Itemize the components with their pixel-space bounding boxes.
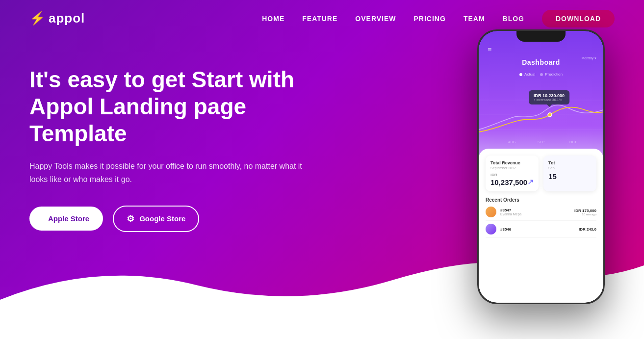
order-date-1: 30 min ago — [574, 213, 596, 216]
chart-legend: Actual Prediction — [479, 70, 603, 78]
card2-subtitle: Sep. — [548, 166, 592, 170]
order-amount-1: IDR 175,000 — [574, 209, 596, 213]
phone-screen: ≡ Dashboard Actual Prediction — [479, 31, 603, 303]
order-amount-2: IDR 243,0 — [579, 227, 596, 232]
brand-name: appol — [49, 11, 85, 26]
chart-tooltip: IDR 10.230.000 ↑ increased 30.1% — [529, 90, 569, 104]
nav-blog[interactable]: BLOG — [503, 15, 524, 23]
logo-icon: ⚡ — [29, 11, 46, 26]
hero-content: It's easy to get Start with Appol Landin… — [0, 37, 343, 232]
tooltip-amount: IDR 10.230.000 — [534, 93, 565, 98]
revenue-cards-row: Total Revenue September 2017 IDR 10,237,… — [486, 156, 596, 191]
order-row-1: #3547 Evanna Mepa IDR 175,000 30 min ago — [486, 207, 596, 221]
nav-overview[interactable]: OVERVIEW — [355, 15, 396, 23]
order-row-2: #3546 IDR 243,0 — [486, 224, 596, 238]
android-icon: ⚙ — [127, 213, 134, 224]
monthly-selector[interactable]: Monthly ▾ — [582, 56, 596, 60]
card-title: Total Revenue — [490, 160, 534, 165]
order-right-1: IDR 175,000 30 min ago — [574, 209, 596, 216]
dashboard-cards: Total Revenue September 2017 IDR 10,237,… — [479, 149, 603, 303]
apple-store-label: Apple Store — [48, 214, 89, 223]
cta-buttons: Apple Store ⚙ Google Store — [29, 206, 314, 232]
order-avatar-1 — [486, 207, 496, 217]
google-store-label: Google Store — [139, 214, 185, 223]
total-revenue-card: Total Revenue September 2017 IDR 10,237,… — [486, 156, 539, 191]
svg-text:OCT: OCT — [569, 140, 577, 144]
apple-store-button[interactable]: Apple Store — [29, 207, 103, 231]
orders-section-title: Recent Orders — [486, 197, 596, 203]
menu-icon: ≡ — [488, 46, 491, 53]
order-right-2: IDR 243,0 — [579, 227, 596, 232]
card-subtitle: September 2017 — [490, 166, 534, 170]
hero-title: It's easy to get Start with Appol Landin… — [29, 66, 314, 148]
phone-outer: ≡ Dashboard Actual Prediction — [477, 29, 605, 304]
google-store-button[interactable]: ⚙ Google Store — [113, 206, 199, 232]
phone-mockup: ≡ Dashboard Actual Prediction — [477, 29, 605, 304]
order-info-1: #3547 Evanna Mepa — [500, 208, 570, 216]
svg-point-3 — [548, 113, 552, 117]
card2-title: Tot — [548, 160, 592, 165]
dashboard-title: Dashboard — [522, 58, 560, 66]
logo[interactable]: ⚡ appol — [29, 11, 85, 26]
nav-pricing[interactable]: PRICING — [414, 15, 446, 23]
order-name-1: Evanna Mepa — [500, 212, 570, 216]
nav-download-button[interactable]: DOWNLOAD — [542, 10, 615, 27]
legend-prediction: Prediction — [540, 72, 563, 77]
legend-actual: Actual — [519, 72, 535, 77]
second-card: Tot Sep. 15 — [543, 156, 596, 191]
phone-notch — [516, 31, 566, 42]
card2-amount: 15 — [548, 173, 592, 181]
svg-text:SEP: SEP — [538, 140, 544, 144]
order-id-2: #3546 — [500, 227, 575, 232]
revenue-chart: IDR 10.230.000 ↑ increased 30.1% — [479, 80, 603, 144]
order-info-2: #3546 — [500, 227, 575, 232]
nav-home[interactable]: HOME — [262, 15, 284, 23]
svg-text:AUG: AUG — [508, 140, 515, 144]
card-amount: 10,237,500 — [490, 179, 527, 187]
trend-icon: ↗ — [527, 177, 534, 186]
hero-section: ⚡ appol HOME FEATURE OVERVIEW PRICING TE… — [0, 0, 644, 339]
order-id-1: #3547 — [500, 208, 570, 212]
tooltip-sub: ↑ increased 30.1% — [534, 98, 565, 102]
nav-links: HOME FEATURE OVERVIEW PRICING TEAM BLOG … — [262, 14, 615, 23]
nav-team[interactable]: TEAM — [464, 15, 485, 23]
hero-description: Happy Tools makes it possible for your o… — [29, 159, 304, 186]
nav-feature[interactable]: FEATURE — [302, 15, 337, 23]
prediction-dot — [540, 73, 543, 76]
order-avatar-2 — [486, 224, 496, 235]
card-currency: IDR — [490, 173, 534, 177]
actual-dot — [519, 73, 522, 76]
card-value-row: 10,237,500 ↗ — [490, 177, 534, 186]
